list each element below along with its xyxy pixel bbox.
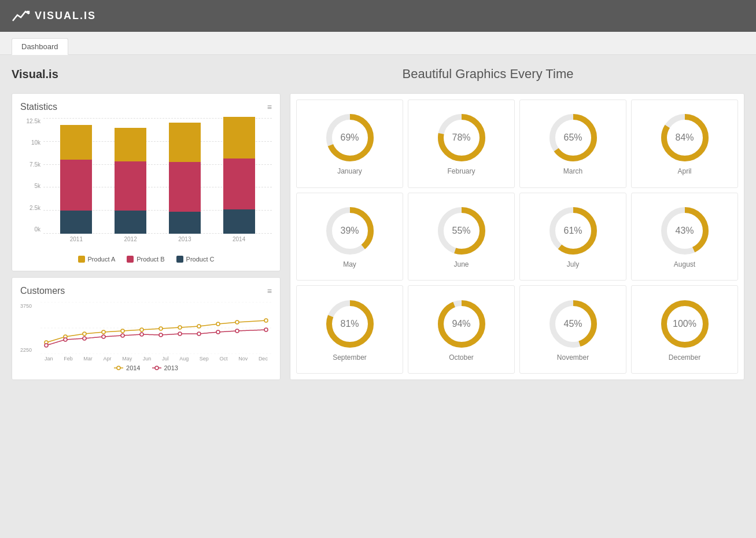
page-title-center: Beautiful Graphics Every Time xyxy=(231,67,744,82)
svg-point-17 xyxy=(83,337,86,340)
bar-b-2012 xyxy=(115,161,146,211)
logo-icon xyxy=(12,9,30,23)
customers-svg-container: Jan Feb Mar Apr May Jun Jul Aug Sep Oct … xyxy=(40,302,272,362)
donut-month-october: October xyxy=(449,353,474,362)
svg-point-8 xyxy=(140,328,143,331)
svg-point-9 xyxy=(159,327,163,330)
x-jul: Jul xyxy=(162,356,169,362)
donut-month-february: February xyxy=(447,167,475,175)
y-label-3: 7.5k xyxy=(29,161,40,168)
y-label-2: 5k xyxy=(34,183,40,189)
donut-july: 61% xyxy=(547,205,599,257)
svg-point-16 xyxy=(64,338,67,341)
donut-cell-october: 94% October xyxy=(408,285,515,374)
customers-x-labels: Jan Feb Mar Apr May Jun Jul Aug Sep Oct … xyxy=(40,356,272,362)
app-header: VISUAL.IS xyxy=(0,0,756,32)
customers-chart: 3750 2250 xyxy=(20,302,272,362)
donut-cell-july: 61% July xyxy=(519,193,626,281)
donut-may: 39% xyxy=(324,205,376,257)
legend-2013: 2013 xyxy=(152,364,178,371)
dashboard-grid: Statistics ≡ 12.5k 10k 7.5k 5k 2.5k 0k xyxy=(12,93,744,380)
customers-legend: 2014 2013 xyxy=(20,364,272,371)
donut-september: 81% xyxy=(324,298,376,350)
donut-december: 100% xyxy=(659,298,711,350)
legend-product-c: Product C xyxy=(176,256,215,263)
donut-label-june: 55% xyxy=(452,226,470,236)
svg-point-5 xyxy=(83,332,86,336)
donut-label-may: 39% xyxy=(340,226,359,236)
donut-label-november: 45% xyxy=(563,319,582,329)
bar-c-2014 xyxy=(223,209,255,234)
x-label-2012: 2012 xyxy=(115,236,146,242)
bar-c-2012 xyxy=(115,211,146,234)
legend-product-b: Product B xyxy=(127,256,164,263)
bar-chart-inner xyxy=(43,118,272,234)
legend-label-a: Product A xyxy=(88,256,116,263)
svg-point-25 xyxy=(235,329,239,333)
donut-cell-may: 39% May xyxy=(296,193,403,281)
donut-grid: 69% January 78% February 65% March xyxy=(296,100,738,374)
x-sep: Sep xyxy=(200,356,209,362)
tab-bar: Dashboard xyxy=(0,32,756,55)
bar-a-2012 xyxy=(115,128,146,161)
donut-cell-january: 69% January xyxy=(296,100,403,188)
bar-chart-area: 12.5k 10k 7.5k 5k 2.5k 0k xyxy=(20,118,272,251)
donut-february: 78% xyxy=(436,112,488,164)
bar-c-2011 xyxy=(60,211,92,234)
bars-container xyxy=(43,118,272,234)
customers-menu-icon[interactable]: ≡ xyxy=(267,286,272,296)
x-apr: Apr xyxy=(104,356,112,362)
donut-label-september: 81% xyxy=(340,319,359,329)
legend-dot-a xyxy=(78,256,85,263)
y-top: 3750 xyxy=(20,303,32,309)
donut-october: 94% xyxy=(436,298,488,350)
bar-b-2014 xyxy=(223,159,255,209)
donut-cell-december: 100% December xyxy=(631,285,738,374)
legend-2014-icon xyxy=(114,364,123,371)
main-content: Visual.is Beautiful Graphics Every Time … xyxy=(0,55,756,392)
donut-cell-august: 43% August xyxy=(631,193,738,281)
bar-group-2012 xyxy=(115,128,146,234)
svg-point-24 xyxy=(216,330,220,334)
logo: VISUAL.IS xyxy=(12,9,96,23)
x-may: May xyxy=(122,356,132,362)
donut-label-january: 69% xyxy=(340,132,359,143)
svg-point-7 xyxy=(121,329,124,333)
statistics-menu-icon[interactable]: ≡ xyxy=(267,102,272,112)
legend-dot-c xyxy=(176,256,183,263)
x-feb: Feb xyxy=(64,356,73,362)
donut-august: 43% xyxy=(659,205,711,257)
x-label-2014: 2014 xyxy=(223,236,255,242)
bar-a-2011 xyxy=(60,125,92,160)
bar-a-2014 xyxy=(223,117,255,159)
donut-month-september: September xyxy=(333,353,367,362)
svg-point-20 xyxy=(140,333,143,336)
bar-group-2014 xyxy=(223,117,255,234)
donut-label-december: 100% xyxy=(673,319,696,329)
donut-month-december: December xyxy=(669,353,700,362)
donut-month-june: June xyxy=(453,260,469,268)
svg-point-19 xyxy=(121,334,124,337)
tab-dashboard[interactable]: Dashboard xyxy=(12,38,68,55)
svg-point-13 xyxy=(235,320,239,324)
donut-label-august: 43% xyxy=(675,226,694,236)
donut-june: 55% xyxy=(436,205,488,257)
donut-cell-february: 78% February xyxy=(408,100,515,188)
donut-month-march: March xyxy=(563,167,582,175)
svg-point-23 xyxy=(197,332,201,336)
donut-cell-november: 45% November xyxy=(519,285,626,374)
svg-point-11 xyxy=(197,325,201,328)
bar-b-2011 xyxy=(60,160,92,211)
y-label-4: 10k xyxy=(31,139,40,146)
donut-label-march: 65% xyxy=(563,132,582,143)
statistics-legend: Product A Product B Product C xyxy=(20,256,272,263)
bar-a-2013 xyxy=(169,123,201,162)
x-nov: Nov xyxy=(238,356,248,362)
svg-point-21 xyxy=(159,333,163,337)
donut-label-october: 94% xyxy=(452,319,470,329)
svg-point-30 xyxy=(155,366,158,370)
x-aug: Aug xyxy=(179,356,189,362)
bar-group-2011 xyxy=(60,125,92,234)
donut-cell-june: 55% June xyxy=(408,193,515,281)
customers-title: Customers xyxy=(20,286,65,296)
